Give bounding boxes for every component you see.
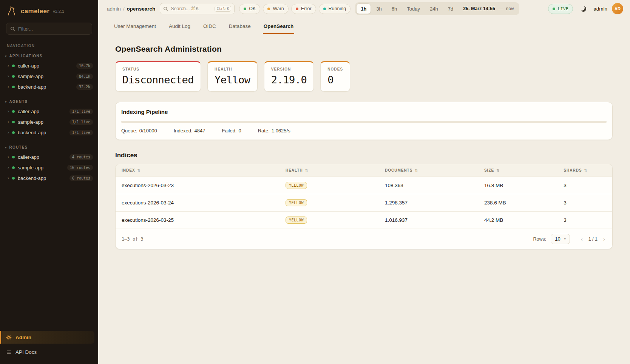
tab-user-management[interactable]: User Management xyxy=(113,20,157,34)
time-range-1h[interactable]: 1h xyxy=(356,3,371,14)
col-label: SHARDS xyxy=(564,168,582,172)
sidebar-filter[interactable] xyxy=(6,23,92,35)
breadcrumb: admin / opensearch xyxy=(107,6,155,12)
stats-row: STATUS Disconnected HEALTH Yellow VERSIO… xyxy=(115,61,613,92)
item-label: caller-app xyxy=(18,154,66,160)
cell-documents: 1.016.937 xyxy=(379,212,478,229)
status-dot xyxy=(12,156,15,158)
time-range-6h[interactable]: 6h xyxy=(387,3,401,14)
time-range-7d[interactable]: 7d xyxy=(443,3,458,14)
logo-name: cameleer xyxy=(21,8,49,15)
chevron-down-icon: ▾ xyxy=(564,237,566,241)
sidebar-item-backend-app-agent[interactable]: › backend-app 1/1 live xyxy=(0,127,98,138)
tab-opensearch[interactable]: OpenSearch xyxy=(263,20,295,34)
stat-figure: 4847 xyxy=(195,128,205,134)
pipeline-stat-queue: Queue: 0/10000 xyxy=(121,128,157,134)
table-row[interactable]: executions-2026-03-25 YELLOW 1.016.937 4… xyxy=(116,212,612,229)
filter-error[interactable]: Error xyxy=(291,4,316,14)
sidebar-item-caller-app-agent[interactable]: › caller-app 1/1 live xyxy=(0,106,98,117)
item-label: backend-app xyxy=(18,175,66,181)
item-badge: 84.1k xyxy=(76,74,93,79)
rows-per-page-select[interactable]: 10 ▾ xyxy=(551,234,570,244)
col-label: INDEX xyxy=(122,168,135,172)
tab-oidc[interactable]: OIDC xyxy=(202,20,217,34)
chevron-down-icon: ▾ xyxy=(5,100,7,104)
chevron-right-icon: › xyxy=(8,155,9,159)
avatar[interactable]: AD xyxy=(612,3,623,14)
col-documents[interactable]: DOCUMENTS⇅ xyxy=(379,164,478,177)
sidebar-item-api-docs[interactable]: API Docs xyxy=(0,346,94,358)
live-dot xyxy=(553,8,555,10)
sidebar-item-sample-app-routes[interactable]: › sample-app 16 routes xyxy=(0,162,98,173)
item-label: sample-app xyxy=(18,74,73,79)
time-range-today[interactable]: Today xyxy=(402,3,425,14)
sort-icon: ⇅ xyxy=(584,169,588,172)
sort-icon: ⇅ xyxy=(496,169,500,172)
section-header-agents[interactable]: ▾ AGENTS xyxy=(0,96,98,106)
table-row[interactable]: executions-2026-03-24 YELLOW 1.298.357 2… xyxy=(116,194,612,212)
cell-index: executions-2026-03-24 xyxy=(116,194,279,212)
filter-input[interactable] xyxy=(18,26,88,32)
sidebar-footer: Admin API Docs xyxy=(0,327,98,364)
dark-mode-toggle[interactable] xyxy=(578,3,589,14)
tab-audit-log[interactable]: Audit Log xyxy=(168,20,191,34)
stat-label: NODES xyxy=(327,67,343,71)
tab-database[interactable]: Database xyxy=(228,20,252,34)
filter-ok[interactable]: OK xyxy=(239,4,260,14)
filter-running[interactable]: Running xyxy=(319,4,351,14)
col-shards[interactable]: SHARDS⇅ xyxy=(557,164,612,177)
section-header-routes[interactable]: ▾ ROUTES xyxy=(0,141,98,152)
date-to: now xyxy=(506,6,514,11)
cell-shards: 3 xyxy=(557,177,612,194)
sidebar-item-backend-app-routes[interactable]: › backend-app 6 routes xyxy=(0,173,98,183)
chevron-right-icon: › xyxy=(8,130,9,135)
next-page-button[interactable]: › xyxy=(602,236,606,242)
cell-documents: 1.298.357 xyxy=(379,194,478,212)
table-header-row: INDEX⇅ HEALTH⇅ DOCUMENTS⇅ SIZE⇅ SHARDS⇅ xyxy=(116,164,612,177)
sidebar: cameleer v3.2.1 NAVIGATION ▾ APPLICATION… xyxy=(0,0,98,364)
status-dot xyxy=(12,110,15,113)
sidebar-item-backend-app[interactable]: › backend-app 32.2k xyxy=(0,81,98,92)
breadcrumb-separator: / xyxy=(123,6,125,12)
sidebar-item-sample-app-agent[interactable]: › sample-app 1/1 live xyxy=(0,117,98,127)
logo[interactable]: cameleer v3.2.1 xyxy=(0,0,98,21)
time-range-24h[interactable]: 24h xyxy=(425,3,443,14)
section-header-applications[interactable]: ▾ APPLICATIONS xyxy=(0,50,98,60)
stat-card-health: HEALTH Yellow xyxy=(207,61,258,92)
stat-card-status: STATUS Disconnected xyxy=(115,61,201,92)
cell-size: 16.8 MB xyxy=(478,177,557,194)
filter-warn[interactable]: Warn xyxy=(263,4,288,14)
cell-size: 44.2 MB xyxy=(478,212,557,229)
prev-page-button[interactable]: ‹ xyxy=(580,236,584,242)
sort-icon: ⇅ xyxy=(305,169,309,172)
breadcrumb-parent[interactable]: admin xyxy=(107,6,121,12)
running-dot xyxy=(323,8,326,10)
stat-value: 0 xyxy=(327,74,343,86)
pipeline-title: Indexing Pipeline xyxy=(121,109,607,115)
filter-label: OK xyxy=(249,6,256,11)
pipeline-stat-rate: Rate: 1.0625/s xyxy=(258,128,290,134)
col-index[interactable]: INDEX⇅ xyxy=(116,164,279,177)
live-badge[interactable]: LIVE xyxy=(548,4,573,14)
health-badge: YELLOW xyxy=(286,217,307,224)
item-label: caller-app xyxy=(18,109,66,114)
search-input[interactable] xyxy=(171,6,212,11)
col-label: HEALTH xyxy=(286,168,303,172)
sidebar-item-caller-app-routes[interactable]: › caller-app 4 routes xyxy=(0,152,98,162)
col-size[interactable]: SIZE⇅ xyxy=(478,164,557,177)
chevron-right-icon: › xyxy=(8,176,9,180)
list-icon xyxy=(6,349,12,355)
time-range-3h[interactable]: 3h xyxy=(372,3,386,14)
col-label: DOCUMENTS xyxy=(385,168,412,172)
item-badge: 1/1 live xyxy=(69,109,93,114)
date-range[interactable]: 25. März 14:55 — now xyxy=(459,6,518,11)
moon-icon xyxy=(581,6,586,12)
table-row[interactable]: executions-2026-03-23 YELLOW 108.363 16.… xyxy=(116,177,612,194)
sidebar-item-admin[interactable]: Admin xyxy=(0,331,94,344)
global-search[interactable]: Ctrl+K xyxy=(160,3,235,14)
col-health[interactable]: HEALTH⇅ xyxy=(279,164,379,177)
sidebar-item-caller-app[interactable]: › caller-app 10.7k xyxy=(0,60,98,71)
sidebar-item-sample-app[interactable]: › sample-app 84.1k xyxy=(0,71,98,81)
nav-label: NAVIGATION xyxy=(0,38,98,50)
stat-label: VERSION xyxy=(271,67,307,71)
